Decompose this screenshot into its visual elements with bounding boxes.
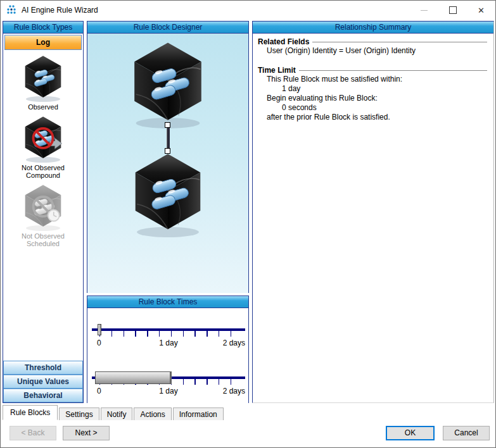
threshold-type-button[interactable]: Threshold <box>3 361 83 375</box>
tick-label: 1 day <box>159 339 177 347</box>
tick-label: 1 day <box>159 387 177 395</box>
rule-block-designer-header: Rule Block Designer <box>87 22 248 34</box>
tick-label: 0 <box>97 339 101 347</box>
wizard-tabstrip: Rule Blocks Settings Notify Actions Info… <box>3 405 493 420</box>
related-fields-line: User (Origin) Identity = User (Origin) I… <box>258 46 488 56</box>
section-rule-line <box>299 70 487 71</box>
rule-block-1-cube[interactable] <box>128 41 208 128</box>
relationship-summary-header: Relationship Summary <box>253 22 493 34</box>
tick-label: 2 days <box>223 339 245 347</box>
designer-canvas[interactable] <box>87 34 248 293</box>
type-item-label: Not Observed Compound <box>15 164 72 179</box>
type-item-label: Observed <box>15 103 72 111</box>
close-button[interactable]: ✕ <box>467 1 495 20</box>
section-title-text: Related Fields <box>258 37 309 46</box>
tick-label: 2 days <box>223 387 245 395</box>
back-button[interactable]: < Back <box>10 426 56 440</box>
next-button[interactable]: Next > <box>63 426 110 440</box>
evaluation-window-slider[interactable]: 0 1 day 2 days <box>92 371 245 401</box>
time-limit-value-1: 1 day <box>258 84 488 94</box>
time-limit-section-title: Time Limit <box>258 66 488 75</box>
rule-block-2-cube[interactable] <box>129 152 207 237</box>
relationship-summary-panel: Relationship Summary Related Fields User… <box>252 21 494 403</box>
cancel-button[interactable]: Cancel <box>443 426 490 440</box>
tab-settings[interactable]: Settings <box>59 408 99 420</box>
tab-information[interactable]: Information <box>173 408 224 420</box>
close-icon: ✕ <box>478 6 485 15</box>
tab-notify[interactable]: Notify <box>101 408 133 420</box>
maximize-icon <box>449 6 457 14</box>
type-item-label: Not Observed Scheduled <box>15 232 72 247</box>
minimize-icon <box>421 10 428 11</box>
time-limit-line-2: Begin evaluating this Rule Block: <box>258 94 488 103</box>
rule-block-connector[interactable] <box>165 122 171 154</box>
behavioral-type-button[interactable]: Behavioral <box>3 389 83 402</box>
not-observed-scheduled-cube-icon <box>22 184 64 231</box>
title-bar: AI Engine Rule Wizard ✕ <box>1 1 495 20</box>
time-limit-slider[interactable]: 0 1 day 2 days <box>92 323 245 352</box>
times-body: 0 1 day 2 days 0 1 day 2 days <box>87 308 248 403</box>
window-title: AI Engine Rule Wizard <box>22 6 98 15</box>
section-title-text: Time Limit <box>258 66 296 75</box>
unique-values-type-button[interactable]: Unique Values <box>3 375 83 389</box>
related-fields-section-title: Related Fields <box>258 37 488 46</box>
time-limit-value-2: 0 seconds <box>258 103 488 113</box>
type-item-not-observed-compound[interactable]: Not Observed Compound <box>3 116 83 179</box>
rule-block-types-header: Rule Block Types <box>3 22 83 34</box>
maximize-button[interactable] <box>438 1 467 20</box>
time-limit-line-1: This Rule Block must be satisfied within… <box>258 75 488 84</box>
slider-thumb[interactable] <box>98 324 101 335</box>
section-rule-line <box>312 42 487 42</box>
rule-block-times-header: Rule Block Times <box>87 296 248 308</box>
summary-body: Related Fields User (Origin) Identity = … <box>253 34 493 125</box>
footer-button-row: < Back Next > OK Cancel <box>1 423 495 442</box>
rule-block-times-panel: Rule Block Times 0 1 day 2 days 0 1 day … <box>87 296 249 403</box>
rule-block-types-panel: Rule Block Types Log Observed Not Observ… <box>3 21 84 403</box>
ok-button[interactable]: OK <box>386 426 435 440</box>
connector-handle-top[interactable] <box>165 122 170 128</box>
rule-block-designer-panel: Rule Block Designer <box>87 21 249 293</box>
log-type-button[interactable]: Log <box>4 35 82 50</box>
ai-engine-rule-wizard-window: AI Engine Rule Wizard ✕ Rule Block Types… <box>0 0 496 448</box>
observed-cube-icon <box>22 55 64 102</box>
type-item-observed[interactable]: Observed <box>3 55 83 111</box>
tab-actions[interactable]: Actions <box>134 408 171 420</box>
tab-rule-blocks[interactable]: Rule Blocks <box>3 405 58 420</box>
slider-range-bar[interactable] <box>95 371 172 384</box>
time-limit-line-3: after the prior Rule Block is satisfied. <box>258 113 488 122</box>
connector-bar <box>167 125 170 151</box>
minimize-button[interactable] <box>410 1 438 20</box>
tick-label: 0 <box>97 387 101 395</box>
slider-ticks <box>99 331 243 337</box>
not-observed-compound-cube-icon <box>22 116 64 163</box>
app-logo-icon <box>6 4 18 16</box>
type-item-not-observed-scheduled[interactable]: Not Observed Scheduled <box>3 184 83 247</box>
